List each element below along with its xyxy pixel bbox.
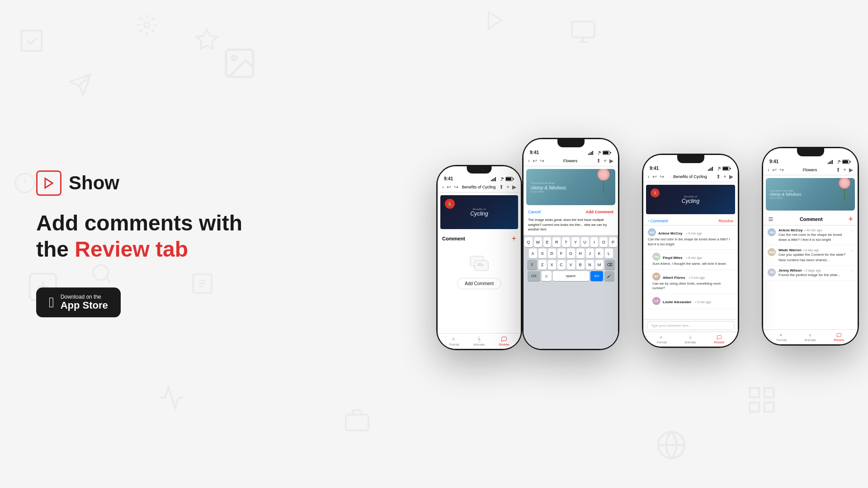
svg-rect-12 — [764, 403, 774, 412]
phone2-cancel[interactable]: Cancel — [528, 210, 541, 214]
key-a[interactable]: A — [529, 249, 537, 258]
svg-rect-46 — [730, 168, 731, 169]
headline-line2: the Review tab — [36, 237, 188, 261]
svg-point-48 — [690, 337, 691, 338]
phone-4: 9:41 ‹ ↩ ↪ Flowers ⬆ — [762, 147, 859, 346]
phone4-bottom-tabs: A Format Animate Review — [763, 329, 858, 344]
key-space[interactable]: space — [553, 271, 589, 281]
phone1-tab-animate[interactable]: Animate — [473, 336, 485, 346]
phone3-comment-1: AM Arlene McCoy • 9 min ago Can the red … — [643, 225, 738, 250]
phone1-add-comment-btn[interactable]: Add Comment — [457, 278, 501, 289]
phone2-comment-body: The image looks great, does the font hav… — [528, 218, 613, 232]
svg-text:A: A — [659, 335, 662, 339]
key-e[interactable]: E — [543, 237, 552, 247]
phone1-comment-empty: Add Comment — [442, 246, 516, 298]
phone3-time-1: • 9 min ago — [686, 232, 702, 235]
phone2-statusbar: 9:41 — [524, 147, 618, 156]
phone1-tab-review[interactable]: Review — [499, 336, 509, 346]
key-i[interactable]: I — [590, 237, 599, 247]
key-t[interactable]: T — [562, 237, 570, 247]
phone4-text-3: Found the perfect image for the slide... — [778, 272, 849, 277]
svg-point-15 — [232, 56, 236, 60]
phone-1: 9:41 ‹ ↩ ↪ Benefits of Cycling — [436, 165, 522, 350]
key-123[interactable]: 123 — [528, 271, 540, 281]
key-mic[interactable]: 🎤 — [604, 271, 614, 281]
phone3-cycling-text: Benefits of Cycling — [682, 195, 699, 204]
svg-rect-26 — [475, 261, 488, 271]
key-h[interactable]: H — [576, 249, 585, 258]
phone4-list-item-3: JW Jenny Wilson • 2 days ago Found the p… — [763, 266, 858, 281]
phone3-resolve[interactable]: Resolve — [718, 219, 733, 223]
phone4-time: 9:41 — [769, 159, 778, 164]
phone4-tab-format[interactable]: A Format — [777, 333, 787, 342]
key-k[interactable]: K — [595, 249, 604, 258]
phone3-avatar-2: FM — [652, 253, 660, 261]
phone4-list-item-1: AM Arlene McCoy • 40 min ago Can the red… — [763, 225, 858, 245]
phone4-tab-animate[interactable]: Animate — [804, 333, 816, 342]
phone3-tab-review[interactable]: Review — [714, 335, 724, 344]
phone1-toolbar: ‹ ↩ ↪ Benefits of Cycling ⬆ + ▶ — [438, 182, 521, 192]
phone3-type-input[interactable]: Type your comment here... — [647, 321, 734, 330]
phone3-back[interactable]: ‹ Comment — [648, 219, 668, 223]
phone4-text-1: Can the red color in the shape be toned … — [778, 232, 849, 242]
key-o[interactable]: O — [599, 237, 608, 247]
key-b[interactable]: B — [576, 260, 585, 270]
key-w[interactable]: W — [534, 237, 542, 247]
phone4-time-3: • 2 days ago — [804, 269, 821, 272]
key-m[interactable]: M — [595, 260, 604, 270]
key-backspace[interactable]: ⌫ — [605, 260, 615, 270]
svg-rect-42 — [712, 167, 713, 171]
key-c[interactable]: C — [557, 260, 566, 270]
key-v[interactable]: V — [567, 260, 575, 270]
phone-3: 9:41 ‹ ↩ ↪ Benefits of Cycling — [642, 154, 739, 348]
phone3-tab-format[interactable]: A Format — [657, 335, 667, 344]
phone3-tab-animate[interactable]: Animate — [684, 335, 696, 344]
apple-icon:  — [49, 296, 54, 310]
svg-rect-39 — [708, 169, 709, 171]
app-store-button[interactable]:  Download on the App Store — [36, 288, 121, 318]
phone1-cycling-badge: 🚴 — [445, 199, 455, 209]
svg-point-21 — [501, 180, 502, 181]
phone4-name-3: Jenny Wilson — [778, 268, 802, 272]
key-go[interactable]: Go — [590, 271, 603, 281]
phone4-list-item-2: WW Wade Warren • a day ago Can you updat… — [763, 245, 858, 265]
phone1-tab-format[interactable]: A Format — [449, 336, 459, 346]
phone3-tab-format-label: Format — [657, 341, 667, 344]
phone4-screen: 9:41 ‹ ↩ ↪ Flowers ⬆ — [763, 148, 858, 344]
phone2-time: 9:41 — [530, 150, 539, 155]
key-f[interactable]: F — [557, 249, 566, 258]
key-g[interactable]: G — [567, 249, 575, 258]
phone3-thread-header: ‹ Comment Resolve — [643, 217, 738, 225]
key-y[interactable]: Y — [571, 237, 580, 247]
phone4-list-header: Comment + — [763, 213, 858, 225]
key-q[interactable]: Q — [524, 237, 533, 247]
svg-rect-55 — [843, 160, 848, 163]
svg-point-30 — [478, 338, 480, 340]
key-s[interactable]: S — [538, 249, 547, 258]
key-shift[interactable]: ⇧ — [527, 260, 537, 270]
phone1-add-icon[interactable]: + — [511, 235, 516, 243]
phone4-comment-title: Comment — [800, 216, 823, 222]
phone4-tab-review[interactable]: Review — [834, 333, 844, 342]
phone1-tab-review-label: Review — [499, 343, 509, 346]
key-r[interactable]: R — [552, 237, 561, 247]
key-emoji[interactable]: ☺ — [542, 271, 552, 281]
svg-rect-38 — [610, 152, 611, 153]
key-z[interactable]: Z — [538, 260, 547, 270]
key-j[interactable]: J — [586, 249, 594, 258]
phone2-add-comment[interactable]: Add Comment — [586, 210, 614, 214]
phone4-tab-review-label: Review — [834, 338, 844, 342]
phone3-toolbar: ‹ ↩ ↪ Benefits of Cycling ⬆ + ▶ — [643, 172, 738, 182]
headline: Add comments with the Review tab — [36, 210, 244, 262]
key-u[interactable]: U — [581, 237, 589, 247]
phone4-add-icon[interactable]: + — [848, 215, 853, 223]
phone3-bottom-tabs: A Format Animate Review — [643, 332, 738, 347]
key-n[interactable]: N — [586, 260, 594, 270]
key-d[interactable]: D — [548, 249, 556, 258]
key-x[interactable]: X — [548, 260, 556, 270]
phone4-avatar-2: WW — [768, 248, 776, 256]
key-l[interactable]: L — [605, 249, 613, 258]
key-p[interactable]: P — [609, 237, 617, 247]
left-panel: Show Add comments with the Review tab  … — [36, 170, 244, 317]
phone3-time: 9:41 — [650, 166, 659, 171]
